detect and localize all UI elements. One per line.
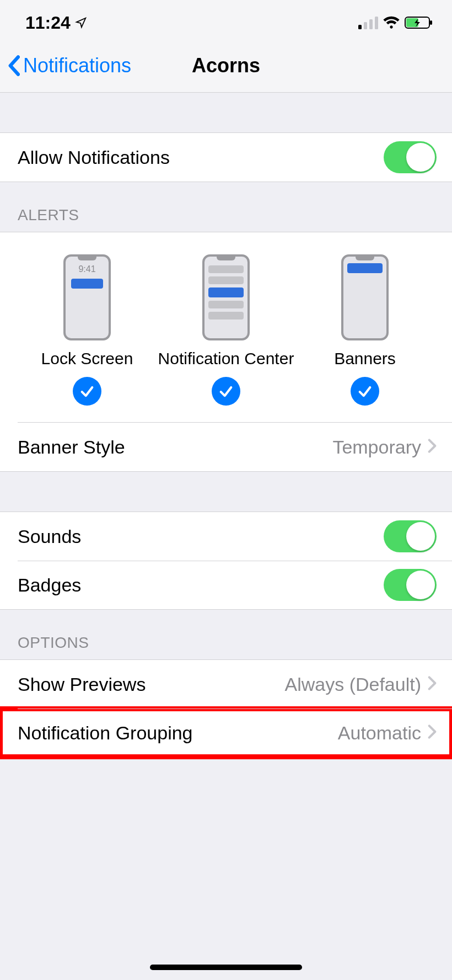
badges-toggle[interactable] bbox=[384, 569, 437, 601]
allow-notifications-label: Allow Notifications bbox=[18, 147, 170, 168]
show-previews-value: Always (Default) bbox=[284, 674, 421, 695]
sounds-row[interactable]: Sounds bbox=[0, 512, 452, 561]
chevron-right-icon bbox=[428, 674, 437, 695]
notification-grouping-label: Notification Grouping bbox=[18, 722, 193, 744]
svg-rect-1 bbox=[364, 22, 367, 29]
check-icon bbox=[73, 377, 101, 406]
back-button[interactable]: Notifications bbox=[0, 54, 131, 78]
status-time: 11:24 bbox=[25, 13, 71, 33]
banner-style-row[interactable]: Banner Style Temporary bbox=[0, 423, 452, 471]
alert-type-banners-label: Banners bbox=[334, 349, 396, 368]
nav-header: Notifications Acorns bbox=[0, 39, 452, 93]
chevron-left-icon bbox=[8, 54, 21, 78]
banner-style-value: Temporary bbox=[332, 436, 421, 458]
section-header-options: OPTIONS bbox=[0, 610, 452, 659]
alert-type-lock-screen-label: Lock Screen bbox=[41, 349, 133, 368]
battery-charging-icon bbox=[405, 16, 433, 29]
notification-grouping-value: Automatic bbox=[338, 722, 421, 744]
badges-row[interactable]: Badges bbox=[0, 561, 452, 609]
badges-label: Badges bbox=[18, 574, 81, 596]
back-label: Notifications bbox=[23, 54, 131, 77]
sounds-badges-group: Sounds Badges bbox=[0, 512, 452, 610]
status-left: 11:24 bbox=[25, 13, 87, 33]
status-right bbox=[358, 16, 433, 29]
home-indicator[interactable] bbox=[150, 965, 302, 970]
section-spacer bbox=[0, 93, 452, 132]
alert-type-lock-screen[interactable]: 9:41 Lock Screen bbox=[18, 254, 157, 406]
wifi-icon bbox=[383, 16, 400, 29]
sounds-label: Sounds bbox=[18, 526, 81, 547]
section-header-alerts: ALERTS bbox=[0, 182, 452, 232]
banner-style-label: Banner Style bbox=[18, 436, 125, 458]
alert-types-row: 9:41 Lock Screen No bbox=[0, 232, 452, 422]
alert-type-notification-center[interactable]: Notification Center bbox=[157, 254, 295, 406]
allow-notifications-toggle[interactable] bbox=[384, 141, 437, 173]
chevron-right-icon bbox=[428, 436, 437, 458]
notification-grouping-row[interactable]: Notification Grouping Automatic bbox=[0, 709, 452, 757]
alert-type-notification-center-label: Notification Center bbox=[158, 349, 294, 368]
alert-type-banners[interactable]: Banners bbox=[295, 254, 434, 406]
check-icon bbox=[351, 377, 379, 406]
allow-notifications-row[interactable]: Allow Notifications bbox=[0, 133, 452, 182]
svg-rect-0 bbox=[358, 25, 362, 29]
chevron-right-icon bbox=[428, 722, 437, 744]
phone-notification-center-icon bbox=[202, 254, 250, 340]
show-previews-label: Show Previews bbox=[18, 674, 146, 695]
svg-rect-2 bbox=[369, 19, 373, 29]
sounds-toggle[interactable] bbox=[384, 520, 437, 552]
show-previews-row[interactable]: Show Previews Always (Default) bbox=[0, 660, 452, 709]
section-spacer bbox=[0, 472, 452, 512]
phone-lock-screen-icon: 9:41 bbox=[63, 254, 111, 340]
check-icon bbox=[212, 377, 240, 406]
allow-notifications-group: Allow Notifications bbox=[0, 132, 452, 182]
alerts-group: 9:41 Lock Screen No bbox=[0, 232, 452, 472]
status-bar: 11:24 bbox=[0, 0, 452, 39]
phone-banners-icon bbox=[341, 254, 389, 340]
lock-time: 9:41 bbox=[66, 264, 109, 274]
location-icon bbox=[75, 17, 87, 29]
cellular-signal-icon bbox=[358, 16, 378, 29]
svg-rect-3 bbox=[375, 17, 378, 29]
options-group: Show Previews Always (Default) Notificat… bbox=[0, 659, 452, 758]
svg-rect-5 bbox=[430, 20, 432, 25]
